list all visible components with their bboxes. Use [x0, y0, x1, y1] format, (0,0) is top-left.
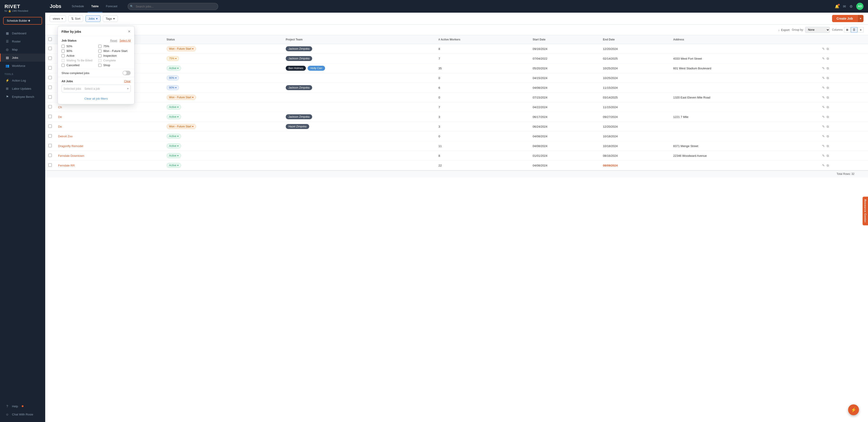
filter-status-cancelled[interactable]: Cancelled	[61, 63, 94, 67]
open-button[interactable]: ⧉	[826, 56, 830, 61]
status-badge[interactable]: Won - Future Start ▾	[166, 124, 196, 129]
sidebar-item-roster[interactable]: ☰ Roster	[0, 37, 45, 45]
edit-button[interactable]: ✎	[821, 76, 826, 80]
open-button[interactable]: ⧉	[826, 134, 830, 139]
checkbox-active[interactable]	[61, 54, 65, 57]
row-checkbox[interactable]	[49, 154, 52, 157]
tab-schedule[interactable]: Schedule	[68, 0, 88, 12]
job-name-link[interactable]: Detroit Zoo	[58, 135, 72, 138]
tags-button[interactable]: Tags ▾	[103, 15, 118, 22]
row-checkbox[interactable]	[49, 105, 52, 108]
create-job-caret-button[interactable]: ▾	[857, 15, 864, 22]
checkbox-inspection[interactable]	[98, 54, 101, 57]
views-button[interactable]: views ▾	[50, 15, 66, 22]
tab-forecast[interactable]: Forecast	[102, 0, 121, 12]
filter-status-won[interactable]: Won - Future Start	[98, 49, 131, 53]
job-name-link[interactable]: De	[58, 115, 62, 119]
resource-center-tab[interactable]: Resource Center	[863, 197, 868, 225]
select-all-checkbox[interactable]	[49, 37, 52, 41]
show-completed-toggle[interactable]	[123, 71, 131, 75]
settings-icon[interactable]: ⚙	[849, 4, 852, 8]
col-toggle-list[interactable]: ☰	[851, 27, 857, 33]
col-toggle-grid[interactable]: ⊞	[844, 27, 850, 33]
job-name-link[interactable]: Ferndale RR	[58, 164, 75, 167]
status-badge[interactable]: Won - Future Start ▾	[166, 95, 196, 100]
edit-button[interactable]: ✎	[821, 66, 826, 70]
filter-close-button[interactable]: ✕	[128, 29, 131, 34]
edit-button[interactable]: ✎	[821, 105, 826, 109]
status-badge[interactable]: Active ▾	[166, 163, 181, 168]
mail-icon[interactable]: ✉	[843, 4, 846, 8]
filter-status-90[interactable]: 90%	[61, 49, 94, 53]
checkbox-90[interactable]	[61, 50, 65, 53]
open-button[interactable]: ⧉	[826, 66, 830, 71]
edit-button[interactable]: ✎	[821, 144, 826, 148]
sidebar-item-map[interactable]: ◎ Map	[0, 45, 45, 54]
sidebar-item-help[interactable]: ? Help	[0, 402, 45, 410]
clear-button[interactable]: Clear	[124, 80, 131, 83]
edit-button[interactable]: ✎	[821, 124, 826, 129]
selected-jobs-field[interactable]: Selected jobs Select a job ▾	[61, 85, 131, 92]
row-checkbox[interactable]	[49, 115, 52, 118]
open-button[interactable]: ⧉	[826, 124, 830, 129]
edit-button[interactable]: ✎	[821, 115, 826, 119]
sidebar-item-employee-bench[interactable]: ⚑ Employee Bench	[0, 93, 45, 101]
job-name-link[interactable]: Ch	[58, 105, 62, 109]
sidebar-item-workforce[interactable]: 👥 Workforce	[0, 62, 45, 70]
open-button[interactable]: ⧉	[826, 46, 830, 51]
edit-button[interactable]: ✎	[821, 46, 826, 51]
row-checkbox[interactable]	[49, 125, 52, 128]
schedule-builder-button[interactable]: Schedule Builder ✚	[3, 17, 42, 25]
avatar[interactable]: AO	[856, 3, 864, 10]
checkbox-shop[interactable]	[98, 64, 101, 67]
status-badge[interactable]: 90% ▾	[166, 75, 179, 80]
checkbox-50[interactable]	[61, 45, 65, 48]
status-badge[interactable]: 90% ▾	[166, 85, 179, 90]
fab-button[interactable]: ⚡	[848, 404, 859, 415]
open-button[interactable]: ⧉	[826, 144, 830, 149]
sidebar-item-chat[interactable]: ☺ Chat With Rosie	[0, 410, 45, 418]
sidebar-item-jobs[interactable]: ▤ Jobs	[0, 54, 45, 62]
open-button[interactable]: ⧉	[826, 115, 830, 119]
edit-button[interactable]: ✎	[821, 153, 826, 158]
status-badge[interactable]: Won - Future Start ▾	[166, 46, 196, 51]
edit-button[interactable]: ✎	[821, 56, 826, 61]
edit-button[interactable]: ✎	[821, 86, 826, 90]
row-checkbox[interactable]	[49, 76, 52, 79]
open-button[interactable]: ⧉	[826, 86, 830, 90]
job-name-link[interactable]: Ferndale Downtown	[58, 154, 84, 158]
row-checkbox[interactable]	[49, 57, 52, 60]
checkbox-won[interactable]	[98, 50, 101, 53]
search-input[interactable]	[128, 3, 218, 10]
open-button[interactable]: ⧉	[826, 105, 830, 109]
filter-status-shop[interactable]: Shop	[98, 63, 131, 67]
group-by-select[interactable]: None Status Project Team	[805, 27, 830, 33]
filter-status-50[interactable]: 50%	[61, 44, 94, 48]
job-name-link[interactable]: De	[58, 125, 62, 128]
row-checkbox[interactable]	[49, 144, 52, 147]
sort-button[interactable]: ⇅ Sort	[68, 15, 84, 22]
filter-status-inspection[interactable]: Inspection	[98, 54, 131, 57]
select-all-button[interactable]: Select All	[120, 39, 131, 42]
clear-all-filters-link[interactable]: Clear all job filters	[84, 97, 107, 100]
open-button[interactable]: ⧉	[826, 153, 830, 158]
create-job-button[interactable]: Create Job	[832, 15, 857, 22]
edit-button[interactable]: ✎	[821, 134, 826, 138]
sidebar-item-dashboard[interactable]: ▦ Dashboard	[0, 29, 45, 37]
status-badge[interactable]: Active ▾	[166, 105, 181, 109]
checkbox-75[interactable]	[98, 45, 101, 48]
status-badge[interactable]: Active ▾	[166, 66, 181, 71]
jobs-filter-button[interactable]: Jobs ▾	[86, 15, 100, 22]
row-checkbox[interactable]	[49, 163, 52, 167]
edit-button[interactable]: ✎	[821, 95, 826, 100]
status-badge[interactable]: Active ▾	[166, 134, 181, 139]
status-badge[interactable]: Active ▾	[166, 143, 181, 149]
checkbox-cancelled[interactable]	[61, 64, 65, 67]
notifications-icon[interactable]: 🔔	[835, 4, 839, 8]
row-checkbox[interactable]	[49, 66, 52, 70]
reset-button[interactable]: Reset	[110, 39, 117, 42]
col-toggle-compact[interactable]: ≡	[858, 27, 864, 33]
export-button[interactable]: ↓ Export	[778, 28, 789, 32]
row-checkbox[interactable]	[49, 95, 52, 99]
status-badge[interactable]: 75% ▾	[166, 56, 179, 61]
